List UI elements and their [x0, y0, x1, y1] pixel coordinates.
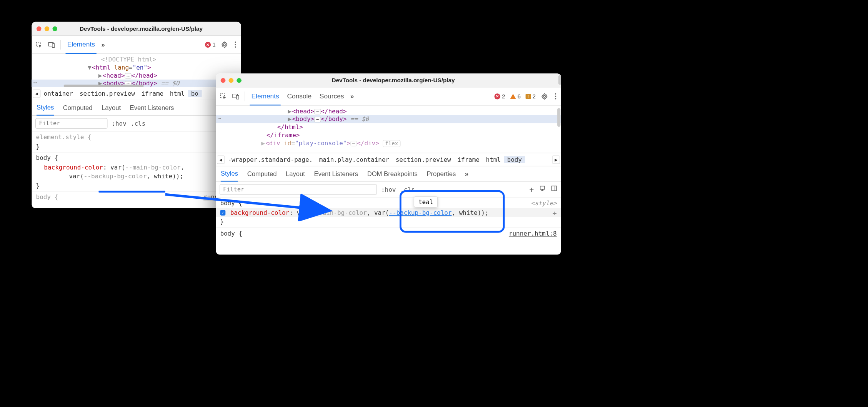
horizontal-scrollbar[interactable] — [64, 85, 144, 87]
crumb-next-icon[interactable]: ▶ — [552, 155, 560, 163]
tab-elements[interactable]: Elements — [250, 87, 281, 105]
settings-icon[interactable] — [220, 41, 228, 49]
crumb-item[interactable]: section.preview — [77, 90, 138, 97]
style-rule[interactable]: body { <style> — [216, 199, 561, 208]
subtab-styles[interactable]: Styles — [37, 100, 54, 115]
crumb-item[interactable]: html — [483, 156, 504, 163]
crumb-item-selected[interactable]: body — [504, 156, 525, 163]
gutter-indicator-icon: ⋯ — [217, 115, 222, 121]
more-tabs-icon[interactable]: » — [101, 41, 105, 48]
crumb-prev-icon[interactable]: ◀ — [33, 90, 40, 98]
subtab-event-listeners[interactable]: Event Listeners — [314, 170, 358, 177]
style-rule[interactable]: element.style { — [32, 133, 241, 142]
dom-node-html[interactable]: ▼<html lang="en"> — [32, 63, 241, 71]
expand-ellipsis-icon[interactable]: ⋯ — [125, 73, 131, 78]
crumb-item[interactable]: main.play.container — [316, 156, 392, 163]
subtab-styles[interactable]: Styles — [221, 166, 238, 181]
css-declaration-cont[interactable]: var(--backup-bg-color, white)); — [32, 172, 241, 181]
svg-rect-2 — [52, 43, 55, 47]
cls-toggle[interactable]: .cls — [400, 186, 415, 193]
error-count-badge[interactable]: ✕ 2 — [495, 93, 505, 100]
style-rule[interactable]: body { runner.html:8 — [216, 229, 561, 238]
expand-ellipsis-icon[interactable]: ⋯ — [350, 141, 357, 146]
property-checkbox[interactable]: ✓ — [220, 210, 225, 216]
vertical-scrollbar[interactable] — [557, 108, 560, 127]
styles-tabbar: Styles Computed Layout Event Listeners — [32, 100, 241, 116]
crumb-item-selected[interactable]: bo — [188, 90, 202, 97]
computed-panel-icon[interactable] — [551, 185, 557, 194]
rule-source-link[interactable]: runner.html:8 — [509, 229, 557, 238]
crumb-item[interactable]: iframe — [138, 90, 167, 97]
css-variable-link[interactable]: --backup-bg-color — [389, 209, 451, 216]
rendering-icon[interactable] — [539, 185, 546, 194]
crumb-prev-icon[interactable]: ◀ — [217, 155, 225, 163]
kebab-menu-icon[interactable] — [553, 91, 558, 101]
expand-ellipsis-icon[interactable]: ⋯ — [314, 117, 321, 122]
tab-sources[interactable]: Sources — [318, 92, 346, 100]
css-declaration[interactable]: background-color: var(--main-bg-color, — [32, 163, 241, 172]
vertical-scrollbar[interactable] — [558, 75, 561, 85]
maximize-window-button[interactable] — [53, 26, 57, 31]
more-tabs-icon[interactable]: » — [350, 93, 354, 100]
inspect-icon[interactable] — [35, 41, 43, 49]
tab-console[interactable]: Console — [285, 92, 313, 100]
subtab-properties[interactable]: Properties — [427, 170, 456, 177]
dom-node-div[interactable]: ▶<div id="play-console">⋯</div> flex — [216, 139, 561, 148]
warning-icon — [510, 94, 516, 99]
cls-toggle[interactable]: .cls — [131, 120, 145, 127]
css-declaration[interactable]: ✓ background-color: var(--main-bg-color,… — [216, 208, 561, 217]
style-rule[interactable]: body { <st — [32, 153, 241, 163]
dom-node[interactable]: <!DOCTYPE html> — [32, 55, 241, 63]
devtools-window-small: DevTools - developer.mozilla.org/en-US/p… — [32, 22, 241, 208]
devtools-window-large: DevTools - developer.mozilla.org/en-US/p… — [216, 73, 561, 254]
crumb-item[interactable]: iframe — [454, 156, 483, 163]
dom-tree[interactable]: <!DOCTYPE html> ▼<html lang="en"> ▶<head… — [32, 54, 241, 87]
dom-tree[interactable]: ▶<head>⋯</head> ▶<body>⋯</body> == $0 </… — [216, 105, 561, 153]
new-rule-icon[interactable]: + — [529, 185, 534, 194]
inspect-icon[interactable] — [219, 92, 227, 100]
device-toggle-icon[interactable] — [48, 41, 56, 49]
error-count-badge[interactable]: ✕ 1 — [205, 41, 216, 48]
hov-toggle[interactable]: :hov — [112, 120, 126, 127]
subtab-computed[interactable]: Computed — [247, 170, 277, 177]
close-window-button[interactable] — [221, 78, 225, 83]
dom-node-body[interactable]: ▶<body>⋯</body> == $0 — [216, 115, 561, 123]
traffic-lights — [221, 78, 242, 83]
minimize-window-button[interactable] — [229, 78, 233, 83]
styles-filter-input[interactable] — [220, 184, 377, 195]
styles-panel[interactable]: body { <style> ✓ background-color: var(-… — [216, 198, 561, 238]
crumb-item[interactable]: ontainer — [40, 90, 76, 97]
info-count-badge[interactable]: ! 2 — [525, 93, 536, 100]
dom-node-html-close[interactable]: </html> — [216, 123, 561, 131]
error-icon: ✕ — [495, 93, 500, 99]
flex-badge[interactable]: flex — [383, 140, 400, 147]
titlebar[interactable]: DevTools - developer.mozilla.org/en-US/p… — [32, 22, 241, 36]
settings-icon[interactable] — [540, 92, 548, 100]
more-subtabs-icon[interactable]: » — [465, 170, 468, 177]
subtab-event-listeners[interactable]: Event Listeners — [130, 104, 174, 111]
crumb-item[interactable]: html — [167, 90, 188, 97]
minimize-window-button[interactable] — [45, 26, 49, 31]
crumb-item[interactable]: section.preview — [392, 156, 454, 163]
svg-rect-9 — [540, 186, 545, 189]
styles-filter-input[interactable] — [35, 118, 107, 129]
tab-elements[interactable]: Elements — [65, 36, 97, 54]
device-toggle-icon[interactable] — [232, 92, 240, 100]
dom-node-head[interactable]: ▶<head>⋯</head> — [32, 71, 241, 80]
dom-node-head[interactable]: ▶<head>⋯</head> — [216, 107, 561, 115]
subtab-dom-breakpoints[interactable]: DOM Breakpoints — [367, 170, 418, 177]
warning-count-badge[interactable]: 6 — [510, 93, 521, 100]
kebab-menu-icon[interactable] — [233, 40, 238, 49]
expand-ellipsis-icon[interactable]: ⋯ — [314, 109, 321, 114]
titlebar[interactable]: DevTools - developer.mozilla.org/en-US/p… — [216, 73, 561, 87]
hov-toggle[interactable]: :hov — [381, 186, 396, 193]
subtab-layout[interactable]: Layout — [102, 104, 121, 111]
close-window-button[interactable] — [37, 26, 41, 31]
style-rule[interactable]: body { runner.ht — [32, 193, 241, 202]
subtab-computed[interactable]: Computed — [63, 104, 93, 111]
crumb-item[interactable]: -wrapper.standard-page. — [225, 156, 316, 163]
dom-node-iframe-close[interactable]: </iframe> — [216, 131, 561, 139]
subtab-layout[interactable]: Layout — [286, 170, 305, 177]
maximize-window-button[interactable] — [237, 78, 241, 83]
rule-source-link[interactable]: <style> — [531, 199, 556, 208]
